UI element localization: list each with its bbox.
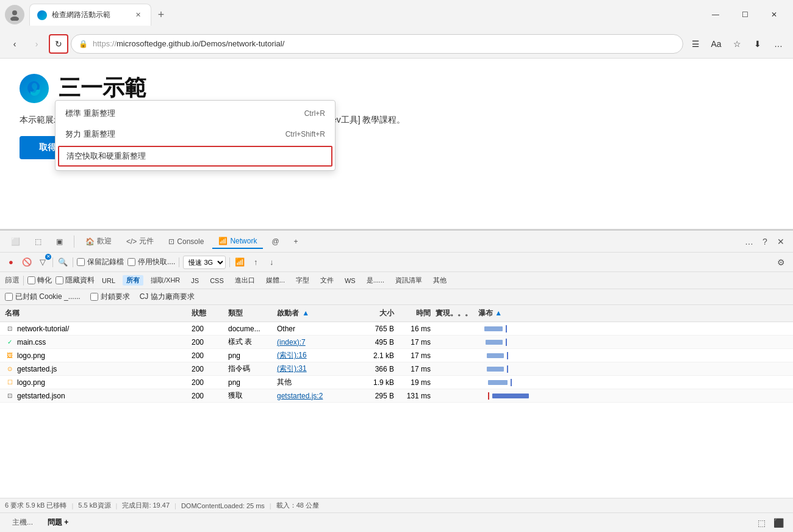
- disable-cache-checkbox[interactable]: 停用快取....: [127, 257, 175, 267]
- status-sep-2: |: [116, 502, 118, 509]
- menu-item-normal-reload[interactable]: 標準 重新整理 Ctrl+R: [56, 103, 335, 124]
- search-button[interactable]: 🔍: [57, 256, 69, 268]
- tab-welcome[interactable]: 🏠 歡迎: [79, 234, 118, 249]
- filter-wasm[interactable]: 是......: [363, 275, 388, 286]
- filter-js[interactable]: JS: [187, 276, 203, 285]
- forward-button[interactable]: ›: [27, 34, 46, 54]
- preserve-log-input[interactable]: [77, 258, 85, 266]
- active-tab[interactable]: 檢查網路活動示範 ✕: [29, 4, 151, 26]
- blocked-cookies-checkbox[interactable]: 已封鎖 Cookie _......: [5, 292, 81, 302]
- tab-inspect[interactable]: ⬚: [29, 235, 48, 248]
- row-name-6: ⊡ getstarted.json: [0, 391, 189, 401]
- bottom-tab-host[interactable]: 主機...: [7, 515, 38, 530]
- back-button[interactable]: ‹: [5, 34, 24, 54]
- row-type-3: png: [226, 351, 274, 360]
- tab-console[interactable]: ⊡ Console: [162, 235, 210, 248]
- table-row[interactable]: ☐ logo.png 200 png 其他 1.9 kB 19 ms: [0, 376, 793, 389]
- reader-button[interactable]: Aa: [706, 34, 726, 54]
- address-bar[interactable]: 🔒 https://microsoftedge.github.io/Demos/…: [71, 34, 683, 54]
- blocked-requests-checkbox[interactable]: 封鎖要求: [90, 292, 130, 302]
- bottom-action-1[interactable]: ⬚: [754, 516, 769, 530]
- filter-manifest[interactable]: 資訊清單: [392, 275, 426, 286]
- row-time-3: 17 ms: [396, 351, 433, 360]
- col-header-name[interactable]: 名稱: [0, 308, 189, 318]
- col-header-waterfall[interactable]: 瀑布 ▲: [476, 308, 793, 318]
- filter-ws[interactable]: WS: [341, 276, 359, 285]
- minimize-button[interactable]: —: [702, 5, 730, 24]
- bottom-tab-issues[interactable]: 問題 +: [43, 515, 73, 530]
- doc-icon-6: ⊡: [5, 391, 15, 401]
- filter-doc[interactable]: 文件: [317, 275, 337, 286]
- sort-arrow-icon: ▲: [302, 309, 309, 317]
- clear-button[interactable]: 🚫: [21, 256, 33, 268]
- table-row[interactable]: ✓ main.css 200 樣式 表 (index):7 495 B 17 m…: [0, 336, 793, 349]
- close-button[interactable]: ✕: [760, 5, 788, 24]
- favorites-button[interactable]: ☆: [727, 34, 747, 54]
- throttle-select[interactable]: 慢速 3G: [183, 256, 226, 269]
- initiator-link-6[interactable]: getstarted.js:2: [277, 392, 323, 400]
- tab-at[interactable]: @: [265, 235, 285, 248]
- initiator-link-2[interactable]: (index):7: [277, 338, 306, 347]
- filter-media[interactable]: 媒體...: [262, 275, 289, 286]
- upload-icon: ↑: [249, 256, 262, 268]
- tab-close-button[interactable]: ✕: [132, 10, 143, 21]
- table-row[interactable]: 🖼 logo.png 200 png (索引):16 2.1 kB 17 ms: [0, 349, 793, 362]
- blocked-requests-input[interactable]: [90, 293, 98, 301]
- table-row[interactable]: ⊡ network-tutorial/ 200 docume... Other …: [0, 322, 793, 336]
- filter-import-export[interactable]: 進出口: [231, 275, 259, 286]
- close-devtools-button[interactable]: ✕: [773, 234, 788, 249]
- reload-button[interactable]: ↻: [49, 34, 68, 54]
- filter-url[interactable]: URL: [98, 276, 119, 285]
- hidden-data-filter[interactable]: 隱藏資料: [56, 275, 95, 286]
- filter-toggle-button[interactable]: ▽ ✕: [37, 256, 49, 268]
- row-filename-5: logo.png: [17, 378, 45, 387]
- preserve-log-checkbox[interactable]: 保留記錄檔: [77, 257, 124, 267]
- filter-other[interactable]: 其他: [429, 275, 450, 286]
- col-header-initiator[interactable]: 啟動者 ▲: [274, 308, 354, 318]
- collections-button[interactable]: ☰: [686, 34, 705, 54]
- col-header-status[interactable]: 狀態: [189, 308, 226, 318]
- hidden-data-input[interactable]: [56, 276, 63, 284]
- table-row[interactable]: ⊡ getstarted.json 200 獲取 getstarted.js:2…: [0, 389, 793, 403]
- settings-gear-button[interactable]: ⚙: [773, 255, 788, 270]
- col-header-size[interactable]: 大小: [354, 308, 396, 318]
- row-size-2: 495 B: [354, 338, 396, 347]
- tab-network[interactable]: 📶 Network: [212, 234, 263, 249]
- more-options-button[interactable]: …: [742, 234, 756, 249]
- col-header-priority[interactable]: 實現。。。: [433, 308, 476, 318]
- edge-logo: [20, 74, 49, 103]
- tab-sidebar[interactable]: ▣: [50, 235, 69, 248]
- settings-button[interactable]: …: [769, 34, 788, 54]
- filter-css[interactable]: CSS: [206, 276, 228, 285]
- status-requests: 6 要求 5.9 kB 已移轉: [5, 501, 66, 510]
- tab-device-emulation[interactable]: ⬜: [5, 235, 26, 248]
- filter-font[interactable]: 字型: [292, 275, 313, 286]
- initiator-link-4[interactable]: (索引):31: [277, 364, 307, 373]
- tab-plus[interactable]: +: [288, 235, 304, 248]
- transform-filter[interactable]: 轉化: [27, 275, 52, 286]
- bottom-action-2[interactable]: ⬛: [771, 516, 786, 530]
- initiator-link-3[interactable]: (索引):16: [277, 351, 307, 359]
- row-size-3: 2.1 kB: [354, 351, 396, 360]
- downloads-button[interactable]: ⬇: [748, 34, 767, 54]
- row-waterfall-5: [476, 378, 793, 387]
- row-filename-1: network-tutorial/: [17, 325, 69, 333]
- table-row[interactable]: ⊙ getstarted.js 200 指令碼 (索引):31 366 B 17…: [0, 362, 793, 376]
- help-button[interactable]: ?: [758, 234, 772, 249]
- menu-item-clear-cache[interactable]: 清空快取和硬重新整理: [58, 146, 332, 167]
- col-header-time[interactable]: 時間: [396, 308, 433, 318]
- console-icon: ⊡: [168, 237, 174, 246]
- menu-item-hard-reload[interactable]: 努力 重新整理 Ctrl+Shift+R: [56, 124, 335, 145]
- blocked-cookies-input[interactable]: [5, 293, 13, 301]
- col-header-type[interactable]: 類型: [226, 308, 274, 318]
- maximize-button[interactable]: ☐: [731, 5, 759, 24]
- new-tab-button[interactable]: +: [151, 5, 171, 24]
- profile-icon[interactable]: [5, 5, 24, 24]
- tab-elements[interactable]: </> 元件: [120, 234, 160, 249]
- transform-input[interactable]: [27, 276, 35, 284]
- disable-cache-input[interactable]: [127, 258, 135, 266]
- record-button[interactable]: ●: [5, 256, 17, 268]
- filter-all[interactable]: 所有: [123, 275, 143, 286]
- waterfall-marker-1: [506, 325, 507, 332]
- filter-fetch-xhr[interactable]: 擷取/XHR: [147, 275, 184, 286]
